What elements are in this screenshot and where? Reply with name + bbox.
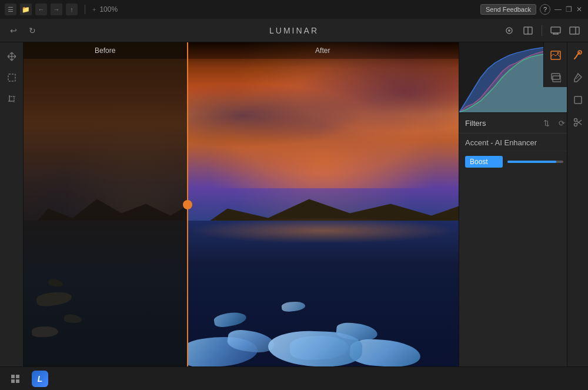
zoom-level: 100% [99,5,118,14]
svg-rect-32 [11,379,15,383]
share-icon[interactable]: ↑ [66,4,78,15]
refresh-filters-button[interactable]: ⟳ [556,118,567,128]
forward-icon[interactable]: → [51,4,62,15]
svg-rect-30 [11,375,15,378]
bottom-bar: L [0,366,588,390]
brush-tool-button[interactable] [569,46,587,65]
after-image [187,42,459,366]
svg-rect-33 [16,379,19,383]
main-toolbar: ↩ ↻ LUMINAR [0,19,588,42]
redo-button[interactable]: ↻ [26,24,39,37]
svg-point-22 [574,119,577,122]
close-button[interactable]: ✕ [575,5,583,14]
canvas-area[interactable]: Before After [24,42,459,366]
svg-point-1 [508,29,510,32]
folder-icon[interactable]: 📁 [20,4,32,15]
svg-rect-4 [551,27,560,33]
svg-point-23 [574,124,577,126]
split-view-button[interactable] [522,24,534,37]
windows-start-button[interactable] [6,369,25,388]
view-toggle-button[interactable] [503,24,516,37]
minimize-button[interactable]: — [554,5,562,14]
window-controls: — ❐ ✕ [554,5,583,14]
panel-view-strip [543,42,567,87]
before-label: Before [24,42,187,59]
main-area: Before After [0,42,588,366]
svg-rect-21 [574,96,582,104]
sort-filters-button[interactable]: ⇅ [541,118,552,128]
feedback-button[interactable]: Send Feedback [480,4,536,15]
after-label: After [187,42,459,59]
titlebar-right: Send Feedback ? — ❐ ✕ [480,4,583,15]
move-tool[interactable] [2,47,21,66]
title-bar: ☰ 📁 ← → ↑ + 100% Send Feedback ? — ❐ ✕ [0,0,588,19]
toolbar-right [503,24,581,37]
split-label-bar: Before After [24,42,459,59]
svg-rect-10 [8,74,15,81]
monitor-view-button[interactable] [549,24,562,37]
left-sidebar [0,42,24,366]
select-tool[interactable] [2,68,21,87]
scissors-tool-button[interactable] [569,113,587,132]
rect-tool-button[interactable] [569,91,587,109]
image-panel-button[interactable] [546,46,565,65]
undo-button[interactable]: ↩ [7,24,20,37]
boost-slider[interactable] [507,156,563,167]
svg-rect-31 [16,375,19,378]
svg-rect-8 [570,27,579,34]
toolbar-left: ↩ ↻ [7,24,39,37]
right-tool-strip [567,42,588,366]
restore-button[interactable]: ❐ [564,5,573,14]
pen-tool-button[interactable] [569,68,587,87]
app-icon: ☰ [5,4,16,15]
app-title: LUMINAR [269,26,319,35]
luminar-taskbar-icon[interactable]: L [32,371,48,387]
crop-tool[interactable] [2,89,21,108]
before-image [24,42,187,366]
layers-panel-button[interactable] [546,68,565,87]
back-icon[interactable]: ← [35,4,47,15]
help-button[interactable]: ? [540,4,550,15]
svg-point-27 [557,52,559,54]
titlebar-left: ☰ 📁 ← → ↑ + 100% [5,4,118,15]
boost-label: Boost [465,156,503,168]
split-line[interactable] [187,42,188,366]
filters-title: Filters [465,119,486,128]
panel-view-button[interactable] [568,24,581,37]
